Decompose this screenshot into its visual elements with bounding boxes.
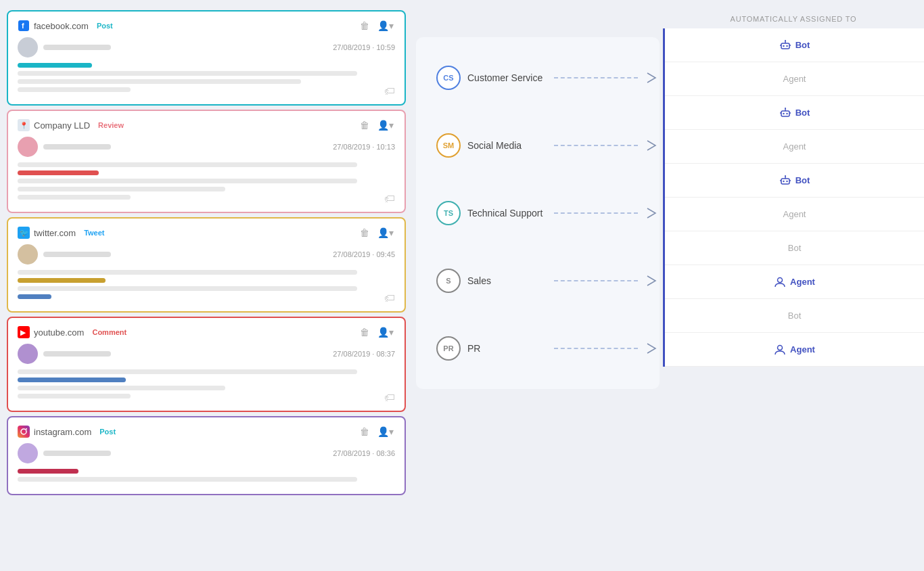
assign-button[interactable]: 👤▾ [376, 120, 395, 131]
node-badge-sm: SM [436, 133, 461, 158]
platform-name-company: Company LLD [34, 120, 90, 131]
card-header: ▶ youtube.com Comment 🗑 👤▾ [18, 326, 395, 338]
assignment-bot-ts[interactable]: Bot [665, 164, 924, 198]
content-line [18, 71, 357, 76]
bot-label: Bot [795, 40, 810, 50]
dashed-line-sales [554, 280, 638, 281]
svg-point-22 [785, 108, 786, 109]
assignment-agent-cs[interactable]: Agent [665, 62, 924, 96]
svg-point-20 [786, 112, 787, 114]
delete-button[interactable]: 🗑 [359, 20, 371, 31]
conv-card-instagram: instagram.com Post 🗑 👤▾ 27/08/2019 · 08:… [7, 416, 406, 495]
card-user-row: 27/08/2019 · 08:36 [18, 443, 395, 463]
content-line [18, 278, 106, 283]
node-label-ts: Technical Support [467, 208, 549, 219]
user-name-bar [43, 351, 111, 357]
user-name-bar [43, 252, 111, 257]
assign-button[interactable]: 👤▾ [376, 426, 395, 437]
timestamp: 27/08/2019 · 09:45 [333, 250, 395, 258]
assignment-agent-ts[interactable]: Agent [665, 198, 924, 231]
assignment-agent-sm[interactable]: Agent [665, 130, 924, 164]
content-line [18, 286, 357, 291]
user-name-bar [43, 45, 111, 50]
assignment-bot-sales[interactable]: Bot [665, 231, 924, 265]
agent-label: Agent [783, 209, 806, 219]
card-user-row: 27/08/2019 · 08:37 [18, 344, 395, 364]
card-header-left: instagram.com Post [18, 426, 120, 438]
delete-button[interactable]: 🗑 [359, 426, 371, 437]
assignment-group-sales: Bot Agent [663, 231, 924, 299]
delete-button[interactable]: 🗑 [359, 327, 371, 338]
content-lines [18, 270, 395, 299]
delete-button[interactable]: 🗑 [359, 120, 371, 131]
content-line [18, 170, 99, 175]
agent-icon [774, 344, 786, 356]
timestamp: 27/08/2019 · 10:59 [333, 43, 395, 51]
center-panel: CS Customer Service SM Social Media [413, 7, 663, 564]
conv-card-company: 📍 Company LLD Review 🗑 👤▾ 27/08/2019 · 1… [7, 110, 406, 213]
card-header: f facebook.com Post 🗑 👤▾ [18, 20, 395, 32]
right-panel: AUTOMATICALLY ASSIGNED TO Bot Agent [663, 7, 924, 564]
dashed-line-cs [554, 77, 638, 78]
node-badge-sales: S [436, 269, 461, 293]
tag-icon: 🏷 [384, 292, 395, 304]
svg-point-33 [778, 345, 783, 350]
svg-point-26 [783, 180, 784, 181]
assign-button[interactable]: 👤▾ [376, 227, 395, 238]
assignment-bot-cs[interactable]: Bot [665, 28, 924, 62]
assignment-agent-pr[interactable]: Agent [665, 333, 924, 367]
card-header-right: 🗑 👤▾ [359, 227, 395, 238]
svg-point-27 [786, 180, 787, 181]
svg-point-13 [786, 45, 787, 46]
bot-icon [779, 39, 791, 51]
content-line [18, 79, 301, 84]
bot-label: Bot [795, 175, 810, 185]
avatar [18, 137, 38, 157]
badge-comment: Comment [88, 327, 131, 337]
assignment-bot-sm[interactable]: Bot [665, 96, 924, 130]
badge-post: Post [93, 21, 117, 30]
platform-name-twitter: twitter.com [34, 228, 76, 238]
content-line [18, 270, 357, 275]
bot-icon [779, 107, 791, 119]
badge-review: Review [94, 120, 128, 130]
svg-point-32 [778, 277, 783, 282]
timestamp: 27/08/2019 · 08:36 [333, 449, 395, 457]
bot-label: Bot [788, 311, 802, 321]
bot-label: Bot [795, 108, 810, 118]
delete-button[interactable]: 🗑 [359, 227, 371, 238]
timestamp: 27/08/2019 · 08:37 [333, 350, 395, 358]
dashed-line-sm [554, 145, 638, 146]
content-line [18, 87, 131, 92]
bot-label: Bot [788, 243, 802, 253]
content-line [18, 63, 92, 68]
agent-label: Agent [783, 74, 806, 84]
card-header-right: 🗑 👤▾ [359, 327, 395, 338]
content-line [18, 195, 131, 200]
agent-icon [774, 276, 786, 288]
content-lines [18, 63, 395, 92]
routing-node-sales: S Sales [416, 247, 660, 315]
content-lines [18, 469, 395, 482]
svg-text:▶: ▶ [20, 329, 26, 336]
assignment-bot-pr[interactable]: Bot [665, 299, 924, 333]
svg-point-19 [783, 112, 784, 114]
agent-label: Agent [790, 277, 815, 287]
node-label-cs: Customer Service [467, 72, 549, 83]
assign-button[interactable]: 👤▾ [376, 20, 395, 31]
assigned-header: AUTOMATICALLY ASSIGNED TO [663, 7, 924, 28]
conv-card-facebook: f facebook.com Post 🗑 👤▾ 27/08/2019 · 10… [7, 10, 406, 106]
arrow-cs [643, 70, 660, 86]
assignment-group-cs: Bot Agent [663, 28, 924, 96]
card-header: 📍 Company LLD Review 🗑 👤▾ [18, 119, 395, 131]
card-header-left: 🐦 twitter.com Tweet [18, 227, 108, 239]
assignment-agent-sales[interactable]: Agent [665, 265, 924, 299]
svg-rect-11 [781, 43, 789, 49]
card-header-left: ▶ youtube.com Comment [18, 326, 131, 338]
assign-button[interactable]: 👤▾ [376, 327, 395, 338]
assignment-group-ts: Bot Agent [663, 164, 924, 231]
svg-point-29 [785, 175, 786, 177]
conv-card-youtube: ▶ youtube.com Comment 🗑 👤▾ 27/08/2019 · … [7, 317, 406, 412]
node-badge-pr: PR [436, 336, 461, 361]
company-icon: 📍 [18, 119, 30, 131]
